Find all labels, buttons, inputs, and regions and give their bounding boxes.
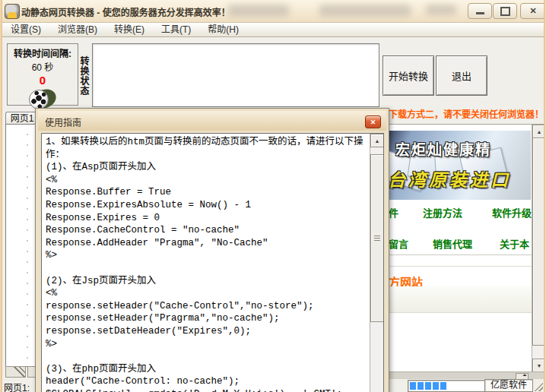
dialog-scrollbar[interactable]: ▲ — [370, 134, 383, 392]
guide-text-area[interactable]: 1、如果转换以后的htm页面与转换前的动态页面不一致的话，请进行以下操作：(1)… — [41, 133, 384, 392]
blurred-region — [319, 5, 411, 17]
scroll-up-icon: ▲ — [537, 129, 542, 134]
guide-line: Response.AddHeader "Pragma", "No-Cache" — [46, 237, 373, 250]
guide-dialog: 使用指南 ✕ 1、如果转换以后的htm页面与转换前的动态页面不一致的话，请进行以… — [35, 108, 389, 392]
progress-segment — [440, 382, 446, 390]
nav-link-upgrade[interactable]: 软件升级 — [492, 205, 532, 220]
guide-line: response.setHeader("Pragrma","no-cache")… — [46, 312, 373, 325]
menu-browser[interactable]: 浏览器(B) — [49, 23, 106, 36]
banner-subtitle: 台湾原装进口 — [388, 166, 511, 191]
guide-line: 作： — [46, 149, 373, 162]
app-window: 动静态网页转换器 - 使您的服务器充分发挥高效率！ ✕ 设置(S) 浏览器(B)… — [0, 0, 546, 392]
dialog-close-button[interactable]: ✕ — [365, 115, 381, 128]
nav-link-about[interactable]: 关于本 — [500, 236, 529, 251]
guide-line: 1、如果转换以后的htm页面与转换前的动态页面不一致的话，请进行以下操 — [46, 136, 373, 149]
tab-page1[interactable]: 网页1 — [5, 112, 39, 125]
resize-grip-icon[interactable] — [533, 381, 543, 391]
interval-panel: 转换时间间隔: 60 秒 0 — [7, 43, 78, 106]
dialog-scroll-up-button[interactable]: ▲ — [370, 134, 384, 147]
guide-line: Response.Expires = 0 — [46, 212, 373, 225]
scroll-down-icon: ▼ — [537, 363, 542, 368]
browser-preview: 宏炬灿健康精 台湾原装进口 件 注册方法 软件升级 留言 销售代理 关于本 方网… — [386, 124, 546, 372]
nav-link-message[interactable]: 留言 — [389, 236, 408, 251]
blurred-region — [426, 5, 456, 15]
guide-line: $GLOBALS['now'] = gmdate('D, d M Y H:i:s… — [46, 388, 373, 392]
guide-line: %> — [46, 338, 373, 351]
guide-line — [46, 350, 373, 363]
progress-segment — [410, 382, 416, 390]
progress-segment — [425, 382, 431, 390]
close-icon: ✕ — [529, 6, 536, 16]
conversion-status-box — [92, 43, 379, 107]
app-icon — [5, 4, 20, 19]
guide-line: (3)、在php页面开头加入 — [46, 363, 373, 376]
guide-line: <% — [46, 174, 373, 187]
guide-line: header("Cache-Control: no-cache"); — [46, 375, 373, 388]
nav-link-software[interactable]: 件 — [389, 205, 398, 220]
progress-segment — [433, 382, 439, 390]
dialog-title: 使用指南 — [45, 115, 81, 128]
window-frame-left — [0, 0, 2, 392]
menu-convert[interactable]: 转换(E) — [106, 23, 153, 36]
progress-segment — [417, 382, 424, 390]
guide-line: <% — [46, 287, 373, 300]
close-button[interactable]: ✕ — [520, 3, 546, 19]
menu-help[interactable]: 帮助(H) — [199, 23, 247, 36]
guide-line — [46, 262, 373, 275]
dialog-close-icon: ✕ — [370, 119, 376, 126]
menu-tools[interactable]: 工具(T) — [153, 23, 199, 36]
status-vertical-label: 转换状态 — [78, 56, 90, 96]
menu-bar: 设置(S) 浏览器(B) 转换(E) 工具(T) 帮助(H) — [2, 23, 544, 37]
minimize-button[interactable] — [468, 3, 492, 19]
guide-line: Response.CacheControl = "no-cache" — [46, 224, 373, 237]
site-banner[interactable]: 宏炬灿健康精 台湾原装进口 — [388, 131, 531, 200]
scroll-up-icon: ▲ — [375, 138, 380, 144]
interval-value: 60 秒 — [8, 60, 78, 73]
dialog-title-bar[interactable]: 使用指南 ✕ — [38, 111, 386, 131]
banner-title: 宏炬灿健康精 — [395, 138, 491, 159]
conversion-count: 0 — [8, 74, 78, 87]
dialog-scrollbar-thumb[interactable] — [370, 154, 384, 322]
brand-label: 亿愿软件 — [484, 379, 533, 392]
guide-line: (1)、在Asp页面开头加入 — [46, 161, 373, 174]
window-title: 动静态网页转换器 - 使您的服务器充分发挥高效率！ — [21, 5, 230, 18]
soccer-ball — [29, 90, 49, 109]
guide-text: 1、如果转换以后的htm页面与转换前的动态页面不一致的话，请进行以下操作：(1)… — [42, 134, 373, 392]
title-bar[interactable]: 动静态网页转换器 - 使您的服务器充分发挥高效率！ ✕ — [0, 0, 546, 23]
guide-line: %> — [46, 249, 373, 262]
divider — [387, 254, 532, 255]
thumb-grip-icon — [374, 236, 380, 242]
guide-line: (2)、在Jsp页面开头加入 — [46, 275, 373, 288]
guide-line: response.setDateHeader("Expires",0); — [46, 325, 373, 338]
progress-bar — [408, 380, 486, 392]
interval-label: 转换时间间隔: — [8, 46, 78, 59]
guide-line: Response.Buffer = True — [46, 186, 373, 199]
start-conversion-button[interactable]: 开始转换 — [383, 55, 434, 96]
maximize-icon — [500, 7, 510, 16]
minimize-icon — [476, 12, 484, 14]
exit-button[interactable]: 退出 — [436, 55, 487, 96]
maximize-button[interactable] — [493, 3, 517, 19]
nav-link-register[interactable]: 注册方法 — [423, 205, 462, 220]
guide-line: response.setHeader("Cache-Control","no-s… — [46, 300, 373, 313]
menu-settings[interactable]: 设置(S) — [2, 23, 49, 36]
nav-link-agency[interactable]: 销售代理 — [433, 236, 472, 251]
guide-line: Response.ExpiresAbsolute = Now() - 1 — [46, 199, 373, 212]
grip-left[interactable] — [5, 366, 26, 378]
download-notice: 下载方式二，请不要关闭任何浏览器！ — [389, 107, 544, 120]
content-band — [387, 286, 532, 313]
divider — [387, 266, 532, 267]
statusbar-page-label: 网页1: — [4, 381, 30, 392]
blurred-region — [228, 5, 289, 17]
